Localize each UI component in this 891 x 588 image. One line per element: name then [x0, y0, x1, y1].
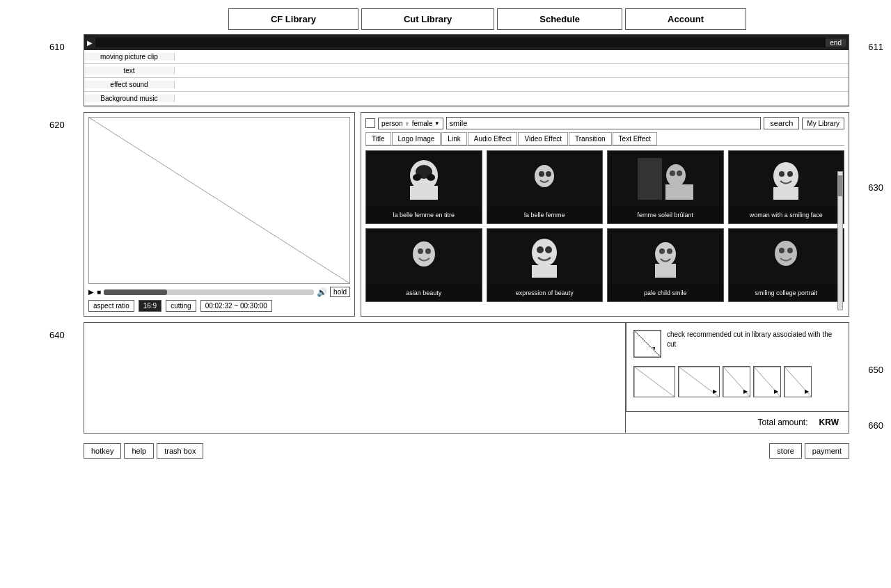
svg-point-16	[677, 170, 682, 176]
search-button[interactable]: search	[764, 117, 799, 129]
timeline-end-label: end	[826, 39, 846, 47]
tab-link[interactable]: Link	[441, 132, 466, 145]
svg-point-18	[773, 162, 798, 190]
annotation-640: 640	[49, 330, 65, 340]
tab-title[interactable]: Title	[365, 132, 391, 145]
my-library-button[interactable]: My Library	[802, 118, 844, 129]
library-tab-row: Title Logo Image Link Audio Effect Video…	[365, 132, 844, 146]
thumb-label-5: asian beauty	[366, 285, 482, 301]
timeline-content-effect[interactable]	[175, 78, 849, 91]
video-thumb-5[interactable]: asian beauty	[365, 228, 482, 302]
svg-rect-14	[665, 184, 693, 200]
thumb-svg-6	[517, 236, 572, 278]
svg-point-25	[425, 248, 431, 254]
video-thumb-4[interactable]: woman with a smiling face	[728, 150, 845, 224]
recommended-check-area: check recommended cut in library associa…	[633, 330, 842, 358]
video-thumb-6[interactable]: expression of beauty	[487, 228, 604, 302]
right-panel: check recommended cut in library associa…	[625, 323, 849, 433]
cut-thumb-play-2[interactable]: ▶	[713, 388, 717, 395]
thumb-svg-8	[758, 236, 814, 278]
trash-box-button[interactable]: trash box	[157, 443, 203, 459]
timeline-play-icon[interactable]: ▶	[87, 39, 93, 47]
thumb-img-4	[729, 151, 844, 207]
tab-cut-library[interactable]: Cut Library	[361, 8, 494, 30]
tab-transition[interactable]: Transition	[569, 132, 612, 145]
recommended-check-text: check recommended cut in library associa…	[667, 330, 842, 349]
cut-thumb-1[interactable]	[633, 366, 675, 397]
cut-thumb-play-3[interactable]: ▶	[743, 388, 748, 395]
help-button[interactable]: help	[124, 443, 154, 459]
timeline-row-effect: effect sound	[84, 78, 849, 92]
video-preview	[88, 117, 350, 284]
tab-video-effect[interactable]: Video Effect	[518, 132, 568, 145]
tab-text-effect[interactable]: Text Effect	[613, 132, 658, 145]
tab-audio-effect[interactable]: Audio Effect	[468, 132, 518, 145]
hotkey-button[interactable]: hotkey	[84, 443, 121, 459]
tab-logo-image[interactable]: Logo Image	[392, 132, 441, 145]
tab-account[interactable]: Account	[625, 8, 746, 30]
recommended-check-icon[interactable]	[633, 330, 661, 358]
store-button[interactable]: store	[769, 443, 801, 459]
thumb-label-8: smiling college portrait	[729, 285, 844, 301]
svg-point-9	[539, 171, 544, 177]
video-thumb-8[interactable]: smiling college portrait	[728, 228, 845, 302]
payment-button[interactable]: payment	[805, 443, 849, 459]
timeline-track-area[interactable]	[95, 38, 826, 47]
cut-thumb-play-5[interactable]: ▶	[805, 388, 809, 395]
cut-thumb-play-4[interactable]: ▶	[774, 388, 778, 395]
tab-cf-library[interactable]: CF Library	[228, 8, 358, 30]
svg-rect-30	[532, 265, 557, 278]
hold-button[interactable]: hold	[330, 287, 350, 297]
svg-point-29	[545, 246, 552, 253]
volume-icon[interactable]: 🔊	[317, 287, 327, 297]
thumb-svg-7	[638, 236, 693, 278]
thumb-label-7: pale child smile	[608, 285, 723, 301]
middle-section: 620 ▶ ■ 🔊 hold aspect ratio 16:9 cutting	[84, 112, 849, 317]
cut-thumbnail-row: ▶ ▶ ▶	[633, 366, 842, 397]
search-dropdown[interactable]: person ♀ female ▼	[378, 118, 443, 129]
thumb-svg-4	[758, 158, 814, 200]
timeline-label-music: Background music	[84, 95, 175, 102]
timeline-row-video: moving picture clip	[84, 50, 849, 64]
thumb-label-4: woman with a smiling face	[729, 207, 844, 223]
thumb-img-2	[487, 151, 603, 207]
video-thumb-7[interactable]: pale child smile	[607, 228, 724, 302]
total-amount-section: Total amount: KRW	[626, 411, 849, 433]
footer: hotkey help trash box store payment	[0, 439, 891, 463]
search-input[interactable]	[446, 117, 762, 129]
timeline-content-music[interactable]	[175, 92, 849, 105]
check-diagonal-svg	[634, 331, 661, 357]
stop-button[interactable]: ■	[97, 288, 101, 296]
svg-point-32	[655, 242, 676, 266]
annotation-610: 610	[49, 42, 65, 52]
search-bar: person ♀ female ▼ search My Library	[365, 117, 844, 129]
library-search-section: 630 person ♀ female ▼ search My Library …	[361, 112, 849, 317]
cut-thumb-2[interactable]: ▶	[678, 366, 720, 397]
aspect-ratio-label: aspect ratio	[88, 300, 134, 312]
thumb-img-8	[729, 229, 844, 285]
timeline-content-text[interactable]	[175, 64, 849, 77]
video-thumb-1[interactable]: la belle femme en titre	[365, 150, 482, 224]
search-checkbox[interactable]	[365, 118, 375, 128]
tab-schedule[interactable]: Schedule	[497, 8, 622, 30]
svg-rect-21	[773, 187, 798, 200]
thumb-img-3	[608, 151, 723, 207]
progress-bar[interactable]	[104, 289, 314, 295]
total-amount-label: Total amount:	[636, 418, 815, 427]
svg-line-0	[89, 118, 349, 283]
timeline-rows: moving picture clip text effect sound Ba…	[84, 50, 849, 106]
cut-thumb-5[interactable]: ▶	[784, 366, 812, 397]
cut-thumb-3[interactable]: ▶	[723, 366, 750, 397]
svg-rect-12	[638, 158, 662, 200]
timeline-content-video[interactable]	[175, 50, 849, 63]
play-button[interactable]: ▶	[88, 288, 94, 296]
video-thumb-2[interactable]: la belle femme	[487, 150, 604, 224]
annotation-620: 620	[49, 120, 65, 130]
cutting-button[interactable]: cutting	[166, 300, 196, 312]
scrollbar[interactable]	[837, 171, 843, 310]
video-thumb-3[interactable]: femme soleil brûlant	[607, 150, 724, 224]
video-thumbnail-grid: la belle femme en titre l	[365, 150, 844, 302]
video-diagonal	[89, 118, 349, 283]
recommended-section: check recommended cut in library associa…	[626, 323, 849, 411]
cut-thumb-4[interactable]: ▶	[753, 366, 781, 397]
